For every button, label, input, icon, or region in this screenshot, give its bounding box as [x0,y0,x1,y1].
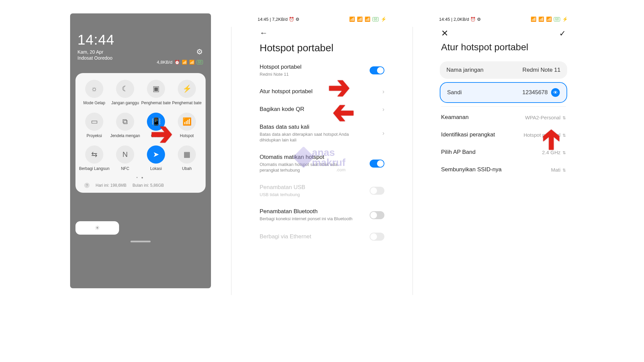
qs-tile-penghemat-bate[interactable]: ▣Penghemat bate [141,80,171,105]
battery-indicator: 68 [554,17,560,21]
brightness-icon: ☀ [95,224,100,232]
row-label: Atur hotspot portabel [260,88,313,95]
page-header: ✕ ✓ [433,25,574,40]
updown-icon: ⇅ [562,133,566,138]
option-label: Pilih AP Band [441,149,476,156]
toggle-switch [370,187,384,195]
qs-tile-jangan-ganggu[interactable]: ☾Jangan ganggu [110,80,141,105]
option-row-sembunyikan-ssid-nya[interactable]: Sembunyikan SSID-nyaMati⇅ [433,161,574,178]
confirm-check-icon[interactable]: ✓ [559,29,566,38]
password-field[interactable]: Sandi 12345678 👁 [440,82,567,103]
back-arrow-icon[interactable]: ← [260,28,384,38]
setting-row-hotspot-portabel[interactable]: Hotspot portabelRedmi Note 11 [252,58,392,83]
option-label: Sembunyikan SSID-nya [441,166,501,173]
toggle-switch[interactable] [370,160,384,168]
setting-row-penambatan-bluetooth[interactable]: Penambatan BluetoothBerbagi koneksi inte… [252,203,392,227]
phone-hotspot-settings: 14:45 | 7,2KB/d ⏰ ⚙ 📶 📶 📶 68 ⚡ ← Hotspot… [252,13,392,288]
statusbar-right: 📶 📶 📶 68 ⚡ [531,16,568,22]
qs-tile-icon: 📳 [147,113,165,131]
qs-tile-label: Berbagi Langsun [79,166,110,171]
row-subtitle: USB tidak terhubung [260,192,305,198]
toggle-switch[interactable] [370,66,384,74]
alarm-icon: ⏰ [174,60,180,65]
qs-tile-ubah[interactable]: ▦Ubah [171,145,202,171]
qs-tile-icon: ⧉ [116,113,134,131]
battery-indicator: 68 [372,17,379,21]
row-subtitle: Berbagi koneksi internet ponsel ini via … [260,216,353,222]
qs-tile-icon: ▦ [178,145,196,164]
qs-tile-lokasi[interactable]: ➤Lokasi [141,145,171,171]
option-row-identifikasi-perangkat[interactable]: Identifikasi perangkatHotspot portabel⇅ [433,126,574,143]
statusbar: 14:45 | 7,2KB/d ⏰ ⚙ 📶 📶 📶 68 ⚡ [252,13,392,25]
network-name-field[interactable]: Nama jaringan Redmi Note 11 [440,61,567,79]
setting-row-berbagi-via-ethernet: Berbagi via Ethernet [252,227,392,246]
phone-hotspot-setup: 14:45 | 2,0KB/d ⏰ ⚙ 📶 📶 📶 68 ⚡ ✕ ✓ Atur … [433,13,574,288]
qs-tile-getar[interactable]: 📳Getar [141,113,171,138]
wifi2-icon: 📶 [365,16,370,22]
status-block: 14:44 Kam, 20 Apr Indosat Ooredoo [77,32,114,61]
qs-tile-berbagi-langsun[interactable]: ⇆Berbagi Langsun [79,145,110,171]
qs-tile-label: Mode Gelap [79,101,110,105]
qs-tile-label: Getar [141,133,171,138]
statusbar-right: 4,8KB/d ⏰ 📶 📶 68 [157,60,203,65]
qs-tile-label: NFC [110,166,141,171]
updown-icon: ⇅ [562,116,566,120]
qs-tile-proyeksi[interactable]: ▭Proyeksi [79,113,110,138]
chevron-right-icon: › [382,130,384,137]
row-subtitle: Batas data akan diterapkan saat hotspot … [260,131,354,143]
qs-tile-jendela-mengan[interactable]: ⧉Jendela mengan [110,113,141,138]
qs-tile-hotspot[interactable]: 📶Hotspot [171,113,202,138]
row-subtitle: Redmi Note 11 [260,71,302,77]
option-row-pilih-ap-band[interactable]: Pilih AP Band2.4 GHz⇅ [433,143,574,161]
qs-tile-icon: ⚡ [178,80,196,98]
close-icon[interactable]: ✕ [441,28,448,39]
wifi2-icon: 📶 [546,16,552,22]
wifi-icon: 📶 [189,60,195,65]
drag-handle[interactable] [130,241,151,242]
qs-tile-penghemat-bate[interactable]: ⚡Penghemat bate [171,80,202,105]
divider [231,27,231,295]
qs-tile-mode-gelap[interactable]: ☼Mode Gelap [79,80,110,105]
brightness-slider[interactable]: ☀ [75,221,119,235]
page-title: Atur hotspot portabel [433,40,574,58]
chevron-right-icon: › [382,88,384,95]
qs-tile-icon: ▭ [85,113,103,131]
row-label: Penambatan USB [260,184,305,191]
settings-list: Hotspot portabelRedmi Note 11Atur hotspo… [252,55,392,249]
setting-row-otomatis-matikan-hotspot[interactable]: Otomatis matikan hotspotOtomatis matikan… [252,148,392,179]
toggle-visibility-icon[interactable]: 👁 [551,88,560,97]
qs-tile-label: Lokasi [141,166,171,171]
quick-settings-panel: ☼Mode Gelap☾Jangan ganggu▣Penghemat bate… [75,73,206,193]
statusbar-left: 14:45 | 7,2KB/d ⏰ ⚙ [258,17,300,22]
qs-tile-label: Penghemat bate [141,101,171,105]
chevron-right-icon: › [382,106,384,113]
setting-row-bagikan-kode-qr[interactable]: Bagikan kode QR› [252,101,392,118]
qs-tile-label: Jendela mengan [110,133,141,138]
info-icon: ? [84,183,90,188]
setting-row-penambatan-usb: Penambatan USBUSB tidak terhubung [252,179,392,203]
signal-icon: 📶 [531,16,536,22]
option-row-keamanan[interactable]: KeamananWPA2-Personal⇅ [433,109,574,126]
charging-icon: ⚡ [562,16,568,22]
qs-tile-icon: ▣ [147,80,165,98]
qs-tile-icon: 📶 [178,113,196,131]
setting-row-batas-data-satu-kali[interactable]: Batas data satu kaliBatas data akan dite… [252,118,392,148]
qs-tile-icon: ☼ [85,80,103,98]
setting-row-atur-hotspot-portabel[interactable]: Atur hotspot portabel› [252,83,392,101]
field-value: 12345678 [522,89,548,96]
toggle-switch[interactable] [370,211,384,219]
row-label: Bagikan kode QR [260,106,304,113]
clock-date: Kam, 20 Apr [77,49,114,55]
option-value: Hotspot portabel⇅ [524,132,566,138]
signal-icon: 📶 [182,60,187,65]
signal-icon: 📶 [349,16,355,22]
charging-icon: ⚡ [381,16,386,22]
field-label: Nama jaringan [446,67,484,73]
toggle-switch [370,233,384,241]
clock-time: 14:44 [77,32,114,48]
settings-gear-icon[interactable]: ⚙ [196,48,203,56]
phone-quick-settings: 14:44 Kam, 20 Apr Indosat Ooredoo ⚙ 4,8K… [70,13,211,288]
data-usage-row: ? Hari ini: 198,6MB Bulan ini: 5,86GB [79,183,202,188]
qs-tile-nfc[interactable]: NNFC [110,145,141,171]
page-header: ← Hotspot portabel [252,25,392,55]
